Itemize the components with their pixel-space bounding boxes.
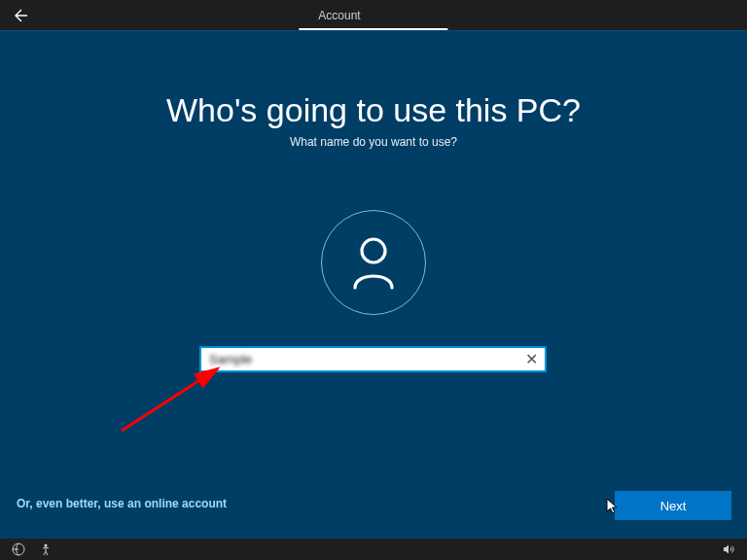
avatar xyxy=(321,210,426,315)
globe-icon xyxy=(12,542,25,556)
back-button[interactable] xyxy=(0,0,39,30)
svg-point-4 xyxy=(44,543,47,546)
volume-button[interactable] xyxy=(720,541,737,558)
use-online-account-link[interactable]: Or, even better, use an online account xyxy=(17,497,227,510)
next-button[interactable]: Next xyxy=(615,491,731,520)
page-subtitle: What name do you want to use? xyxy=(0,135,747,149)
username-input[interactable] xyxy=(201,348,517,370)
title-bar: Account xyxy=(0,0,747,30)
online-link-label: Or, even better, use an online account xyxy=(17,497,227,510)
next-button-label: Next xyxy=(660,499,687,513)
taskbar xyxy=(0,539,747,560)
divider xyxy=(0,30,747,31)
speaker-icon xyxy=(722,542,735,556)
svg-point-0 xyxy=(362,239,385,262)
svg-line-2 xyxy=(122,368,218,431)
username-field-container: ✕ xyxy=(199,346,547,372)
clear-input-button[interactable]: ✕ xyxy=(517,348,545,370)
accessibility-button[interactable] xyxy=(37,541,54,558)
page-title: Who's going to use this PC? xyxy=(0,91,747,129)
tab-account[interactable]: Account xyxy=(299,1,447,30)
close-icon: ✕ xyxy=(525,350,538,368)
arrow-left-icon xyxy=(12,8,27,23)
annotation-arrow xyxy=(117,363,233,440)
ease-of-access-button[interactable] xyxy=(10,541,27,558)
user-icon xyxy=(349,235,398,290)
accessibility-icon xyxy=(39,542,53,556)
tab-label: Account xyxy=(318,9,360,22)
